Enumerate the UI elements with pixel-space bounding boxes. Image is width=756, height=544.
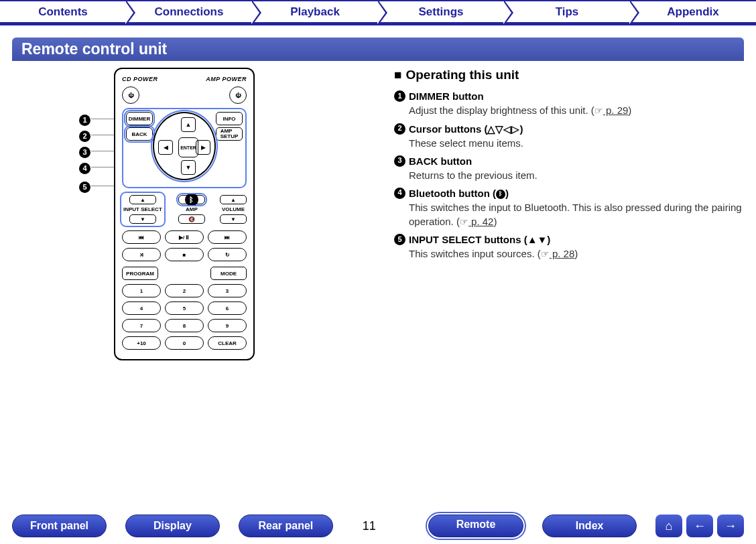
info-button: INFO <box>216 112 243 125</box>
highlighted-cluster: DIMMER BACK ▲ ▼ ◀ ▶ ENTER INFO AMP S <box>122 108 247 188</box>
item-desc: Returns to the previous item. <box>409 168 744 182</box>
mute-button: 🔇 <box>178 214 205 224</box>
amp-label: AMP <box>186 206 198 212</box>
item-4: 4Bluetooth button (ᛒ) This switches the … <box>394 186 744 229</box>
callout-3: 3 <box>79 145 94 158</box>
program-button: PROGRAM <box>122 267 158 280</box>
dimmer-button: DIMMER <box>126 112 153 125</box>
cd-power-button: ⏻ <box>122 86 139 104</box>
volume-label: VOLUME <box>222 206 245 212</box>
top-nav: Contents Connections Playback Settings T… <box>0 0 756 25</box>
num-4: 4 <box>122 301 161 315</box>
num-1: 1 <box>122 284 161 297</box>
shuffle-button: ⤨ <box>122 248 161 261</box>
nav-remote[interactable]: Remote <box>428 515 523 537</box>
num-5: 5 <box>165 301 204 315</box>
page-ref-link[interactable]: p. 28 <box>550 248 575 259</box>
item-num: 5 <box>394 234 405 245</box>
volume-up: ▲ <box>220 195 247 204</box>
amp-power-button: ⏻ <box>229 86 247 104</box>
num-9: 9 <box>208 319 247 332</box>
callout-line <box>91 167 114 167</box>
item-title: Cursor buttons (△▽◁▷) <box>409 122 523 136</box>
amp-setup-button: AMP SETUP <box>216 127 243 141</box>
main-content: 1 2 3 4 5 CD POWER AMP POWER ⏻ ⏻ <box>0 68 756 360</box>
remote-illustration-column: 1 2 3 4 5 CD POWER AMP POWER ⏻ ⏻ <box>12 68 387 360</box>
num-7: 7 <box>122 319 161 332</box>
prev-page-icon[interactable]: ← <box>686 515 713 537</box>
input-select-down: ▼ <box>129 214 156 224</box>
item-2: 2Cursor buttons (△▽◁▷) These select menu… <box>394 122 744 150</box>
bottom-nav: Front panel Display Rear panel 11 Remote… <box>0 515 756 537</box>
item-3: 3BACK button Returns to the previous ite… <box>394 154 744 182</box>
num-0: 0 <box>165 336 204 350</box>
clear-button: CLEAR <box>208 336 247 350</box>
pointer-icon: ☞ <box>594 105 603 116</box>
callout-line <box>91 135 114 135</box>
item-1: 1DIMMER button Adjust the display bright… <box>394 89 744 118</box>
repeat-button: ↻ <box>208 248 247 261</box>
bluetooth-icon: ᛒ <box>496 190 505 199</box>
page-title: Remote control unit <box>12 38 744 61</box>
item-desc: Adjust the display brightness of this un… <box>409 105 594 116</box>
item-after: ) <box>628 105 631 116</box>
item-desc: These select menu items. <box>409 136 744 150</box>
item-title: DIMMER button <box>409 89 484 103</box>
description-column: ■Operating this unit 1DIMMER button Adju… <box>387 68 744 360</box>
page-ref-link[interactable]: p. 29 <box>603 105 629 116</box>
callout-1: 1 <box>79 113 94 126</box>
cursor-up: ▲ <box>181 117 196 132</box>
tab-playback[interactable]: Playback <box>252 0 378 23</box>
callout-line <box>91 151 114 151</box>
input-select-up: ▲ <box>129 195 156 204</box>
nav-index[interactable]: Index <box>542 515 637 537</box>
nav-front-panel[interactable]: Front panel <box>12 515 107 537</box>
num-6: 6 <box>208 301 247 315</box>
callout-4: 4 <box>79 161 94 174</box>
item-num: 4 <box>394 188 405 199</box>
item-desc: This switches input sources. ( <box>409 248 541 259</box>
tab-connections[interactable]: Connections <box>126 0 252 23</box>
play-pause-button: ▶/⏸ <box>165 230 204 244</box>
nav-display[interactable]: Display <box>125 515 220 537</box>
home-icon[interactable]: ⌂ <box>655 515 682 537</box>
item-title: INPUT SELECT buttons (▲▼) <box>409 232 550 247</box>
tab-settings[interactable]: Settings <box>378 0 504 23</box>
item-desc: This switches the input to Bluetooth. Th… <box>409 202 742 227</box>
plus10-button: +10 <box>122 336 161 350</box>
page-ref-link[interactable]: p. 42 <box>468 216 494 227</box>
cursor-down: ▼ <box>181 160 196 175</box>
enter-button: ENTER <box>178 137 198 157</box>
callout-line <box>91 186 114 186</box>
item-5: 5INPUT SELECT buttons (▲▼) This switches… <box>394 232 744 261</box>
item-title: Bluetooth button (ᛒ) <box>409 186 509 200</box>
cd-power-label: CD POWER <box>122 76 158 82</box>
item-after: ) <box>574 248 578 259</box>
next-page-icon[interactable]: → <box>717 515 744 537</box>
remote-body: CD POWER AMP POWER ⏻ ⏻ DIMMER BACK ▲ <box>114 68 255 360</box>
tab-tips[interactable]: Tips <box>504 0 630 23</box>
volume-down: ▼ <box>220 214 247 224</box>
tab-contents[interactable]: Contents <box>0 0 126 23</box>
mode-button: MODE <box>210 267 247 280</box>
callout-line <box>91 119 114 119</box>
next-track-button: ⏭ <box>208 230 247 244</box>
item-after: ) <box>493 216 497 227</box>
callout-5: 5 <box>79 180 94 193</box>
item-title: BACK button <box>409 154 472 168</box>
amp-power-label: AMP POWER <box>206 76 247 82</box>
stop-button: ■ <box>165 248 204 261</box>
num-8: 8 <box>165 319 204 332</box>
prev-track-button: ⏮ <box>122 230 161 244</box>
input-select-label: INPUT SELECT <box>123 206 162 212</box>
back-button: BACK <box>126 127 153 141</box>
num-2: 2 <box>165 284 204 297</box>
nav-rear-panel[interactable]: Rear panel <box>239 515 333 537</box>
tab-appendix[interactable]: Appendix <box>630 0 756 23</box>
pointer-icon: ☞ <box>541 249 550 259</box>
item-num: 3 <box>394 155 405 167</box>
item-num: 1 <box>394 90 405 102</box>
item-num: 2 <box>394 123 405 135</box>
pointer-icon: ☞ <box>460 216 468 227</box>
num-3: 3 <box>208 284 247 297</box>
